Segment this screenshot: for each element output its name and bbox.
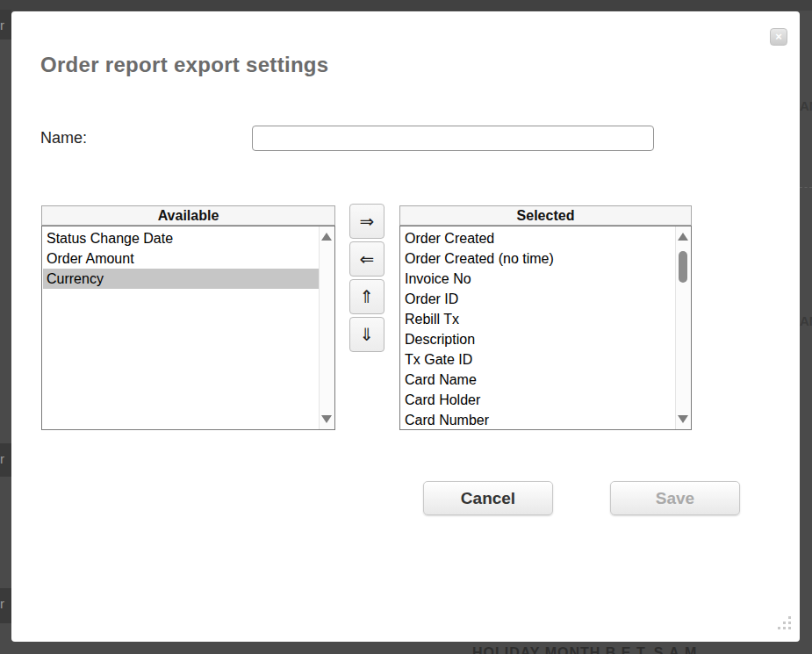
scrollbar-thumb[interactable] bbox=[679, 251, 687, 283]
name-input[interactable] bbox=[252, 126, 654, 151]
resize-grip-icon[interactable] bbox=[778, 616, 792, 630]
selected-listbox[interactable]: Order CreatedOrder Created (no time)Invo… bbox=[399, 226, 692, 430]
list-item[interactable]: Order Created bbox=[401, 228, 675, 248]
partial-button-text: r bbox=[0, 18, 4, 32]
list-item[interactable]: Description bbox=[401, 329, 675, 349]
available-list-header: Available bbox=[41, 205, 335, 226]
move-right-button[interactable]: ⇒ bbox=[349, 204, 384, 239]
grip-dots bbox=[778, 616, 780, 619]
list-item[interactable]: Card Holder bbox=[401, 390, 675, 410]
selected-scrollbar[interactable] bbox=[675, 226, 691, 429]
list-item[interactable]: Order ID bbox=[401, 289, 675, 309]
dialog-title: Order report export settings bbox=[40, 53, 328, 77]
name-label: Name: bbox=[40, 129, 87, 147]
list-item[interactable]: Invoice No bbox=[401, 269, 675, 289]
move-left-button[interactable]: ⇐ bbox=[349, 241, 384, 277]
list-item[interactable]: Order Amount bbox=[43, 248, 319, 269]
background-partial-button: r bbox=[0, 443, 11, 477]
cancel-button[interactable]: Cancel bbox=[423, 481, 553, 515]
background-top-bar bbox=[0, 0, 812, 11]
close-icon[interactable]: × bbox=[770, 28, 787, 46]
move-down-button[interactable]: ⇓ bbox=[349, 317, 384, 352]
export-settings-dialog: Order report export settings × Name: Ava… bbox=[11, 11, 800, 642]
background-partial-button: r bbox=[0, 588, 11, 623]
available-listbox[interactable]: Status Change DateOrder AmountCurrency bbox=[41, 226, 335, 430]
available-items: Status Change DateOrder AmountCurrency bbox=[43, 228, 319, 428]
selected-list-header: Selected bbox=[399, 205, 692, 226]
selected-items: Order CreatedOrder Created (no time)Invo… bbox=[401, 228, 675, 428]
scroll-down-icon[interactable] bbox=[321, 415, 332, 423]
move-up-button[interactable]: ⇑ bbox=[349, 279, 384, 314]
list-item[interactable]: Order Created (no time) bbox=[401, 248, 675, 269]
background-partial-text: AN bbox=[800, 313, 812, 328]
available-scrollbar[interactable] bbox=[319, 226, 334, 429]
list-item[interactable]: Status Change Date bbox=[43, 228, 319, 248]
list-item[interactable]: Currency bbox=[43, 269, 319, 289]
partial-button-text: r bbox=[0, 451, 4, 466]
list-item[interactable]: Card Name bbox=[401, 370, 675, 390]
list-item[interactable]: Rebill Tx bbox=[401, 309, 675, 329]
scroll-up-icon[interactable] bbox=[321, 233, 332, 241]
background-partial-text: AN bbox=[800, 98, 812, 113]
background-partial-heading: HOLIDAY MONTH B.E.T. S.A.M bbox=[472, 645, 697, 654]
background-partial-button: r bbox=[0, 10, 11, 40]
scroll-down-icon[interactable] bbox=[678, 415, 688, 423]
partial-button-text: r bbox=[0, 596, 4, 611]
scroll-up-icon[interactable] bbox=[678, 233, 688, 241]
background-dashed-line bbox=[800, 187, 812, 188]
list-item[interactable]: Card Number bbox=[401, 410, 675, 428]
list-item[interactable]: Tx Gate ID bbox=[401, 349, 675, 370]
save-button[interactable]: Save bbox=[610, 481, 740, 515]
